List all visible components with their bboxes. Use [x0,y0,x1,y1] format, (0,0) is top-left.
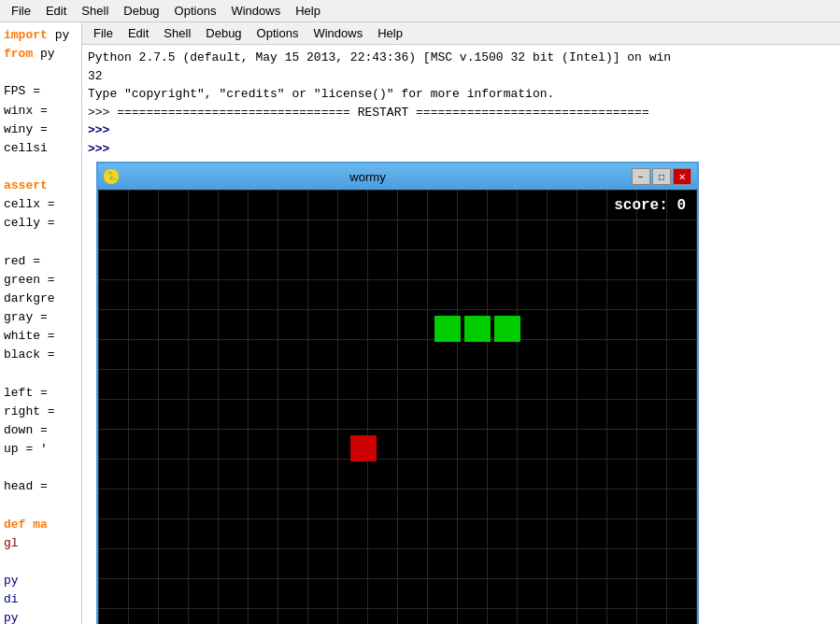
game-window-container: 🐍 wormy − □ ✕ score: 0 [82,162,840,624]
code-line-up: up = ' [4,440,78,459]
code-line-empty5 [4,497,78,516]
shell-menu-edit[interactable]: Edit [121,24,156,42]
code-line-py2: py [4,609,78,624]
code-line-cellsi: cellsi [4,139,78,158]
shell-menu-debug[interactable]: Debug [198,24,249,42]
game-title: wormy [104,170,632,184]
snake-segment-3 [494,316,520,342]
menu-windows[interactable]: Windows [223,2,288,20]
code-line-3 [4,64,78,82]
code-line-darkgre: darkgre [4,290,78,308]
code-line-global: gl [4,534,78,553]
code-panel: import py from py FPS = winx = winy = ce… [0,22,82,624]
code-line-empty4 [4,459,78,477]
prompt2[interactable]: >>> [88,140,834,159]
code-line-white: white = [4,327,78,346]
code-line-green: green = [4,271,78,290]
shell-menubar: File Edit Shell Debug Options Windows He… [82,22,840,45]
code-line-right: right = [4,403,78,421]
code-line-black: black = [4,346,78,364]
shell-menu-shell[interactable]: Shell [156,24,198,42]
code-line-empty1 [4,158,78,177]
game-grid [98,190,697,624]
maximize-button[interactable]: □ [652,168,671,185]
main-area: import py from py FPS = winx = winy = ce… [0,22,840,624]
game-titlebar: 🐍 wormy − □ ✕ [98,163,697,190]
code-line-fps: FPS = [4,82,78,101]
prompt1[interactable]: >>> [88,121,834,140]
top-menubar: File Edit Shell Debug Options Windows He… [0,0,840,22]
restart-line: >>> ================================ RES… [88,104,834,122]
code-line-di1: di [4,590,78,609]
code-line-1: import py [4,26,78,45]
menu-help[interactable]: Help [288,2,328,20]
code-line-winy: winy = [4,121,78,139]
shell-output: Python 2.7.5 (default, May 15 2013, 22:4… [82,45,840,162]
code-line-empty3 [4,365,78,384]
game-window: 🐍 wormy − □ ✕ score: 0 [96,162,699,624]
code-line-gray: gray = [4,308,78,327]
shell-panel: File Edit Shell Debug Options Windows He… [82,22,840,624]
window-controls: − □ ✕ [632,168,691,185]
menu-file[interactable]: File [4,2,38,20]
game-area: score: 0 [98,190,697,624]
shell-menu-options[interactable]: Options [249,24,306,42]
menu-edit[interactable]: Edit [38,2,74,20]
code-line-py1: py [4,572,78,590]
shell-menu-file[interactable]: File [86,24,121,42]
code-line-left: left = [4,384,78,403]
shell-menu-help[interactable]: Help [370,24,410,42]
food [350,435,377,461]
top-menu-items: File Edit Shell Debug Options Windows He… [0,0,840,21]
minimize-button[interactable]: − [632,168,650,185]
code-line-head: head = [4,477,78,496]
code-line-celly: celly = [4,214,78,233]
menu-shell-top[interactable]: Shell [74,2,116,20]
menu-debug[interactable]: Debug [116,2,166,20]
code-line-cellx: cellx = [4,195,78,214]
python-line2: 32 [88,67,834,86]
code-line-empty2 [4,234,78,252]
code-line-2: from py [4,45,78,64]
python-line3: Type "copyright", "credits" or "license(… [88,85,834,104]
code-line-down: down = [4,421,78,440]
python-version-line: Python 2.7.5 (default, May 15 2013, 22:4… [88,49,834,67]
code-line-assert: assert [4,177,78,195]
code-line-red: red = [4,252,78,271]
score-display: score: 0 [614,197,686,214]
menu-options[interactable]: Options [167,2,224,20]
code-line-def: def ma [4,516,78,534]
code-line-empty6 [4,553,78,572]
snake-segment-1 [434,316,461,342]
shell-menu-windows[interactable]: Windows [306,24,370,42]
code-line-winx: winx = [4,102,78,121]
snake-segment-2 [464,316,491,342]
close-button[interactable]: ✕ [673,168,691,185]
